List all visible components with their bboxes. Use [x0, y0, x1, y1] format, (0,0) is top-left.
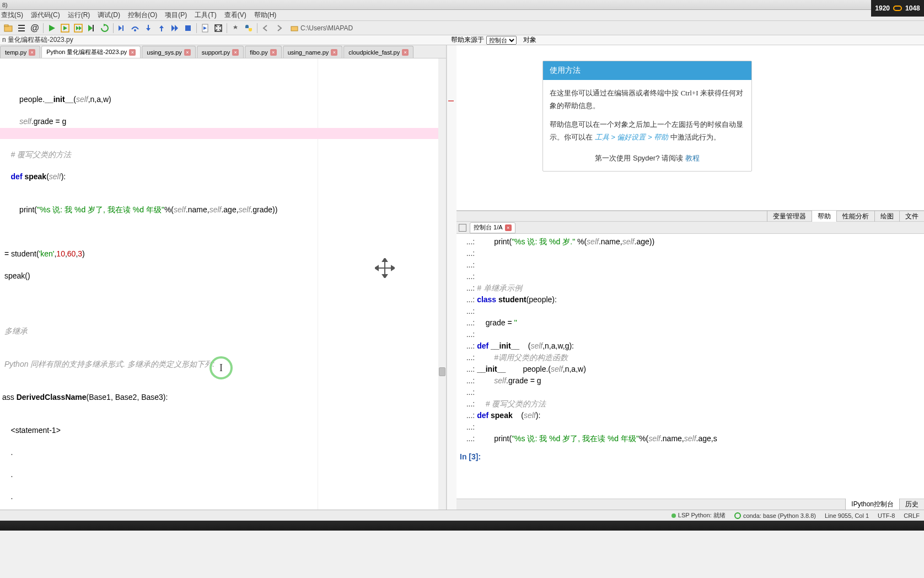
close-icon[interactable]: × — [29, 49, 35, 56]
tab-files[interactable]: 文件 — [899, 211, 924, 222]
tutorial-link[interactable]: 教程 — [685, 154, 700, 162]
separator — [196, 23, 197, 33]
tab-history[interactable]: 历史 — [899, 499, 924, 510]
separator — [43, 23, 44, 33]
scrollbar-thumb[interactable] — [439, 367, 445, 376]
svg-marker-18 — [146, 28, 151, 31]
breadcrumb: n 量化编程基础-2023.py — [0, 35, 447, 45]
tab-ipython[interactable]: IPython控制台 — [845, 499, 899, 510]
close-icon[interactable]: × — [270, 49, 277, 56]
path-text: C:\Users\MIAPAD — [300, 24, 353, 32]
run-icon[interactable] — [46, 22, 58, 34]
menu-console[interactable]: 控制台(O) — [128, 10, 157, 20]
console-output[interactable]: ...: print("%s 说: 我 %d 岁." %(self.name,s… — [456, 234, 924, 499]
svg-marker-22 — [175, 25, 178, 31]
close-icon[interactable]: × — [402, 49, 409, 56]
help-panel: 使用方法 在这里你可以通过在编辑器或者终端中按 Ctrl+I 来获得任何对象的帮… — [456, 45, 924, 211]
close-icon[interactable]: × — [505, 224, 512, 231]
menu-source[interactable]: 源代码(C) — [31, 10, 60, 20]
debug-step-icon[interactable] — [116, 22, 128, 34]
help-card-title: 使用方法 — [543, 61, 751, 80]
tab-profiler[interactable]: 性能分析 — [836, 211, 874, 222]
tab-using-sys[interactable]: using_sys.py× — [142, 46, 196, 58]
svg-point-34 — [735, 513, 740, 518]
menu-help[interactable]: 帮助(H) — [254, 10, 277, 20]
svg-marker-11 — [88, 25, 93, 31]
tab-active[interactable]: Python 量化编程基础-2023.py× — [41, 46, 141, 58]
rerun-icon[interactable] — [99, 22, 111, 34]
svg-rect-27 — [291, 26, 298, 31]
python-icon[interactable] — [243, 22, 255, 34]
stop-icon[interactable] — [182, 22, 194, 34]
console-tab[interactable]: 控制台 1/A × — [470, 222, 515, 233]
editor-tab-bar: temp.py× Python 量化编程基础-2023.py× using_sy… — [0, 45, 446, 58]
step-over-icon[interactable] — [129, 22, 141, 34]
run-cell-advance-icon[interactable] — [72, 22, 84, 34]
help-card-body: 在这里你可以通过在编辑器或者终端中按 Ctrl+I 来获得任何对象的帮助信息。 … — [543, 80, 751, 171]
status-cursor: Line 9055, Col 1 — [825, 512, 869, 519]
svg-marker-9 — [76, 26, 79, 30]
title-text: 8) — [2, 2, 8, 8]
run-cell-icon[interactable] — [59, 22, 71, 34]
continue-icon[interactable] — [169, 22, 181, 34]
at-icon[interactable]: @ — [29, 22, 41, 34]
console-icon[interactable] — [459, 224, 466, 232]
windows-taskbar[interactable] — [0, 521, 924, 531]
status-eol: CRLF — [904, 512, 920, 519]
svg-marker-7 — [63, 26, 67, 30]
code-editor[interactable]: people.__init__(self,n,a,w) self.grade =… — [0, 58, 446, 510]
status-encoding: UTF-8 — [878, 512, 895, 519]
tab-fibo[interactable]: fibo.py× — [245, 46, 281, 58]
console-tab-bar: 控制台 1/A × — [456, 222, 924, 234]
tab-var-explorer[interactable]: 变量管理器 — [767, 211, 812, 222]
menu-view[interactable]: 查看(V) — [224, 10, 246, 20]
window-title-bar: 8) — [0, 0, 924, 10]
tab-cloudpickle[interactable]: cloudpickle_fast.py× — [343, 46, 413, 58]
tab-support[interactable]: support.py× — [197, 46, 244, 58]
close-icon[interactable]: × — [129, 49, 136, 56]
step-out-icon[interactable] — [155, 22, 168, 34]
screen-resolution-badge: 1920 1048 — [871, 0, 924, 17]
close-icon[interactable]: × — [331, 49, 337, 56]
svg-point-16 — [134, 29, 136, 31]
res-width: 1920 — [875, 4, 890, 12]
close-icon[interactable]: × — [184, 49, 191, 56]
svg-marker-21 — [171, 25, 175, 31]
outline-marker — [448, 100, 454, 101]
editor-outline[interactable] — [447, 45, 456, 510]
svg-rect-23 — [185, 25, 191, 31]
column-guide — [318, 58, 318, 510]
forward-icon[interactable] — [273, 22, 285, 34]
separator — [257, 23, 257, 33]
preferences-icon[interactable] — [229, 22, 241, 34]
menu-tools[interactable]: 工具(T) — [195, 10, 216, 20]
folder-icon[interactable] — [2, 22, 14, 34]
debug-file-icon[interactable] — [199, 22, 211, 34]
tab-help[interactable]: 帮助 — [812, 211, 836, 222]
svg-marker-5 — [49, 25, 55, 31]
close-icon[interactable]: × — [232, 49, 239, 56]
help-card: 使用方法 在这里你可以通过在编辑器或者终端中按 Ctrl+I 来获得任何对象的帮… — [542, 61, 752, 172]
tab-using-name[interactable]: using_name.py× — [283, 46, 343, 58]
maximize-icon[interactable] — [212, 22, 224, 34]
back-icon[interactable] — [260, 22, 272, 34]
menu-find[interactable]: 查找(S) — [1, 10, 23, 20]
right-panel-tabs: 变量管理器 帮助 性能分析 绘图 文件 — [456, 211, 924, 222]
editor-scrollbar[interactable] — [438, 58, 446, 510]
svg-marker-33 — [391, 266, 395, 270]
menu-run[interactable]: 运行(R) — [68, 10, 90, 20]
run-selection-icon[interactable] — [85, 22, 98, 34]
tab-plots[interactable]: 绘图 — [874, 211, 899, 222]
status-lsp: LSP Python: 就绪 — [671, 511, 726, 520]
help-source-select[interactable]: 控制台 — [486, 36, 517, 45]
status-dot-icon — [671, 513, 676, 518]
menu-project[interactable]: 项目(P) — [165, 10, 187, 20]
list-icon[interactable] — [15, 22, 28, 34]
tab-temp[interactable]: temp.py× — [0, 46, 40, 58]
step-into-icon[interactable] — [142, 22, 154, 34]
working-dir: C:\Users\MIAPAD — [291, 24, 353, 32]
status-conda[interactable]: conda: base (Python 3.8.8) — [734, 512, 816, 519]
menu-debug[interactable]: 调试(D) — [98, 10, 120, 20]
console-bottom-tabs: IPython控制台 历史 — [456, 499, 924, 510]
conda-icon — [734, 512, 741, 519]
